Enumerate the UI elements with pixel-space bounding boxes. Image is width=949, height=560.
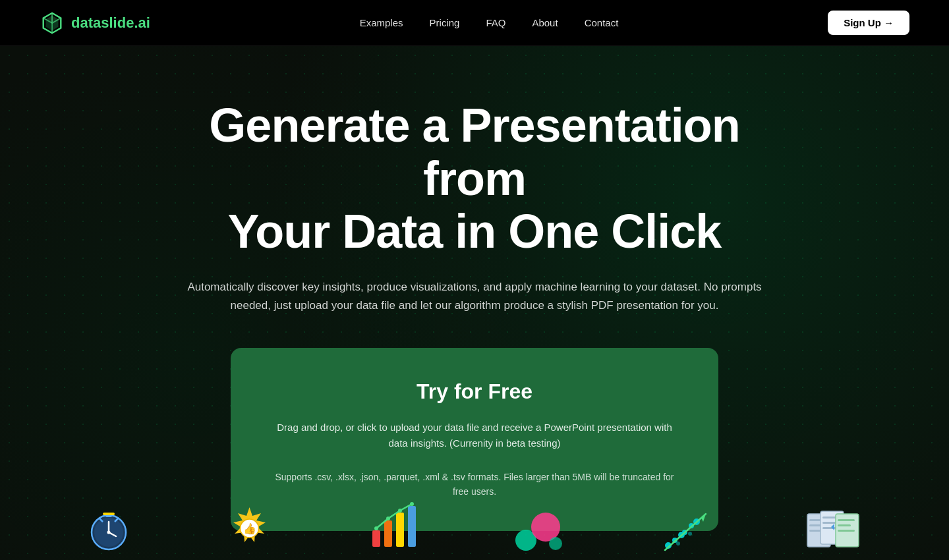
- svg-point-32: [676, 542, 680, 546]
- badge-icon: 👍: [225, 504, 274, 553]
- svg-point-21: [398, 509, 402, 513]
- hero-subtitle: Automatically discover key insights, pro…: [185, 278, 764, 315]
- nav-contact[interactable]: Contact: [585, 17, 619, 28]
- svg-point-7: [107, 531, 111, 534]
- svg-rect-17: [396, 513, 404, 547]
- svg-point-33: [688, 532, 692, 536]
- logo-wordmark: dataslide.ai: [71, 14, 150, 32]
- scatter-arrow-icon: [658, 507, 711, 553]
- hero-title: Generate a Presentation from Your Data i…: [185, 99, 764, 258]
- navbar: dataslide.ai Examples Pricing FAQ About …: [0, 0, 949, 46]
- svg-rect-11: [103, 513, 115, 515]
- svg-point-25: [549, 537, 562, 550]
- upload-card-description: Drag and drop, or click to upload your d…: [270, 420, 679, 451]
- clock-icon: [86, 507, 132, 553]
- svg-point-19: [374, 526, 378, 530]
- nav-links: Examples Pricing FAQ About Contact: [360, 17, 619, 28]
- upload-card-title: Try for Free: [270, 379, 679, 404]
- svg-point-22: [410, 502, 414, 506]
- bubbles-icon: [513, 507, 565, 553]
- logo[interactable]: dataslide.ai: [40, 11, 150, 36]
- svg-rect-15: [372, 530, 380, 547]
- signup-button[interactable]: Sign Up →: [828, 11, 909, 35]
- nav-about[interactable]: About: [532, 17, 558, 28]
- svg-rect-46: [838, 524, 851, 526]
- svg-line-34: [665, 514, 706, 550]
- svg-rect-47: [838, 530, 855, 532]
- logo-icon: [40, 11, 65, 36]
- nav-pricing[interactable]: Pricing: [430, 17, 460, 28]
- svg-rect-18: [408, 506, 416, 547]
- hero-section: Generate a Presentation from Your Data i…: [0, 46, 949, 560]
- hero-content: Generate a Presentation from Your Data i…: [158, 99, 791, 348]
- svg-text:👍: 👍: [243, 522, 256, 535]
- nav-examples[interactable]: Examples: [360, 17, 403, 28]
- bar-chart-icon: [367, 501, 420, 553]
- svg-point-20: [386, 517, 390, 520]
- svg-rect-45: [838, 519, 855, 521]
- bottom-icons-row: 👍: [0, 488, 949, 560]
- documents-icon: [804, 507, 863, 553]
- nav-faq[interactable]: FAQ: [486, 17, 505, 28]
- svg-rect-16: [384, 520, 392, 547]
- svg-rect-42: [822, 522, 836, 524]
